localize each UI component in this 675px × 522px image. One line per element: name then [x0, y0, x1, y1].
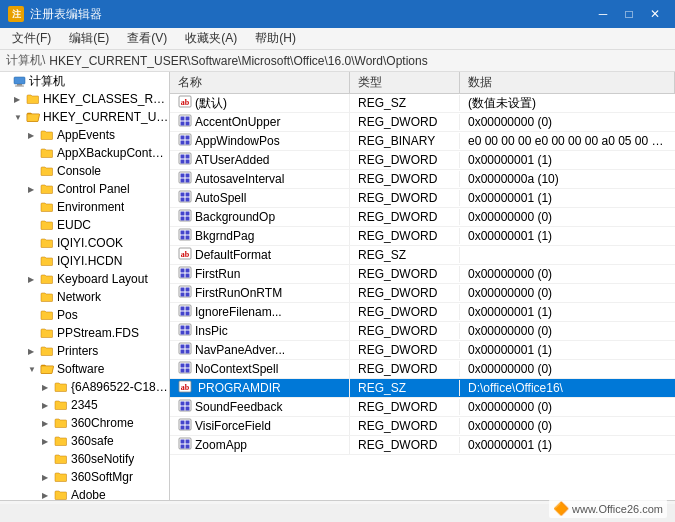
menu-item-a[interactable]: 收藏夹(A) — [177, 28, 245, 49]
tree-item-guid[interactable]: ▶{6A896522-C181-40E4-A1C — [0, 378, 169, 396]
tree-arrow-icon: ▼ — [14, 113, 26, 122]
tree-item-hkcr[interactable]: ▶HKEY_CLASSES_ROOT — [0, 90, 169, 108]
tree-item-appevents[interactable]: ▶AppEvents — [0, 126, 169, 144]
reg-cell-type: REG_DWORD — [350, 418, 460, 434]
svg-rect-23 — [181, 179, 185, 183]
tree-item-label: Pos — [57, 308, 78, 322]
maximize-button[interactable]: □ — [617, 4, 641, 24]
tree-item-network[interactable]: Network — [0, 288, 169, 306]
col-header-type[interactable]: 类型 — [350, 72, 460, 93]
reg-icon-dword — [178, 361, 192, 377]
reg-cell-data: 0x00000000 (0) — [460, 399, 675, 415]
svg-rect-8 — [181, 122, 185, 126]
tree-item-hkcu[interactable]: ▼HKEY_CURRENT_USER — [0, 108, 169, 126]
registry-row[interactable]: AppWindowPosREG_BINARYe0 00 00 00 e0 00 … — [170, 132, 675, 151]
menu-item-h[interactable]: 帮助(H) — [247, 28, 304, 49]
registry-row[interactable]: FirstRunREG_DWORD0x00000000 (0) — [170, 265, 675, 284]
reg-icon-dword — [178, 437, 192, 453]
tree-item-label: Environment — [57, 200, 124, 214]
registry-row[interactable]: BackgroundOpREG_DWORD0x00000000 (0) — [170, 208, 675, 227]
reg-name-text: InsPic — [195, 324, 228, 338]
registry-row[interactable]: AutosaveIntervalREG_DWORD0x0000000a (10) — [170, 170, 675, 189]
registry-row[interactable]: ATUserAddedREG_DWORD0x00000001 (1) — [170, 151, 675, 170]
tree-item-computer[interactable]: 计算机 — [0, 72, 169, 90]
tree-item-360softmgr[interactable]: ▶360SoftMgr — [0, 468, 169, 486]
registry-header: 名称 类型 数据 — [170, 72, 675, 94]
reg-icon-dword — [178, 399, 192, 415]
reg-cell-type: REG_DWORD — [350, 304, 460, 320]
menu-item-f[interactable]: 文件(F) — [4, 28, 59, 49]
svg-rect-75 — [181, 402, 185, 406]
reg-cell-type: REG_DWORD — [350, 266, 460, 282]
svg-rect-54 — [186, 307, 190, 311]
reg-cell-name: VisiForceField — [170, 417, 350, 435]
svg-rect-87 — [181, 445, 185, 449]
tree-item-label: IQIYI.HCDN — [57, 254, 122, 268]
reg-icon-dword — [178, 209, 192, 225]
svg-rect-69 — [186, 364, 190, 368]
folder-icon — [54, 399, 68, 411]
tree-item-360senotify[interactable]: 360seNotify — [0, 450, 169, 468]
reg-name-text: AppWindowPos — [195, 134, 280, 148]
tree-item-keyboard[interactable]: ▶Keyboard Layout — [0, 270, 169, 288]
folder-icon — [40, 165, 54, 177]
tree-item-ppstream[interactable]: PPStream.FDS — [0, 324, 169, 342]
menu-item-v[interactable]: 查看(V) — [119, 28, 175, 49]
svg-rect-71 — [186, 369, 190, 373]
svg-rect-81 — [186, 421, 190, 425]
svg-rect-56 — [186, 312, 190, 316]
registry-row[interactable]: FirstRunOnRTMREG_DWORD0x00000000 (0) — [170, 284, 675, 303]
tree-item-iqiyi-cook[interactable]: IQIYI.COOK — [0, 234, 169, 252]
tree-item-label: IQIYI.COOK — [57, 236, 123, 250]
col-header-name[interactable]: 名称 — [170, 72, 350, 93]
tree-item-adobe[interactable]: ▶Adobe — [0, 486, 169, 500]
registry-row[interactable]: SoundFeedbackREG_DWORD0x00000000 (0) — [170, 398, 675, 417]
registry-row[interactable]: abDefaultFormatREG_SZ — [170, 246, 675, 265]
app-icon: 注 — [8, 6, 24, 22]
registry-row[interactable]: abPROGRAMDIRREG_SZD:\office\Office16\ — [170, 379, 675, 398]
reg-icon-dword — [178, 323, 192, 339]
col-header-data[interactable]: 数据 — [460, 72, 675, 93]
registry-row[interactable]: NoContextSpellREG_DWORD0x00000000 (0) — [170, 360, 675, 379]
svg-rect-45 — [181, 274, 185, 278]
tree-item-console[interactable]: Console — [0, 162, 169, 180]
tree-panel: 计算机▶HKEY_CLASSES_ROOT▼HKEY_CURRENT_USER▶… — [0, 72, 170, 500]
tree-item-pos[interactable]: Pos — [0, 306, 169, 324]
svg-rect-32 — [186, 212, 190, 216]
reg-name-text: VisiForceField — [195, 419, 271, 433]
svg-rect-63 — [181, 345, 185, 349]
tree-item-appxbackup[interactable]: AppXBackupContentType — [0, 144, 169, 162]
svg-rect-38 — [181, 236, 185, 240]
svg-rect-33 — [181, 217, 185, 221]
registry-row[interactable]: BkgrndPagREG_DWORD0x00000001 (1) — [170, 227, 675, 246]
close-button[interactable]: ✕ — [643, 4, 667, 24]
registry-row[interactable]: AutoSpellREG_DWORD0x00000001 (1) — [170, 189, 675, 208]
reg-cell-name: ZoomApp — [170, 436, 350, 454]
tree-item-printers[interactable]: ▶Printers — [0, 342, 169, 360]
tree-item-label: HKEY_CURRENT_USER — [43, 110, 169, 124]
tree-item-environment[interactable]: Environment — [0, 198, 169, 216]
registry-row[interactable]: ab(默认)REG_SZ(数值未设置) — [170, 94, 675, 113]
tree-item-controlpanel[interactable]: ▶Control Panel — [0, 180, 169, 198]
tree-item-2345[interactable]: ▶2345 — [0, 396, 169, 414]
registry-row[interactable]: VisiForceFieldREG_DWORD0x00000000 (0) — [170, 417, 675, 436]
tree-item-software[interactable]: ▼Software — [0, 360, 169, 378]
registry-row[interactable]: NavPaneAdver...REG_DWORD0x00000001 (1) — [170, 341, 675, 360]
minimize-button[interactable]: ─ — [591, 4, 615, 24]
reg-name-text: NoContextSpell — [195, 362, 278, 376]
menu-item-e[interactable]: 编辑(E) — [61, 28, 117, 49]
registry-row[interactable]: AccentOnUpperREG_DWORD0x00000000 (0) — [170, 113, 675, 132]
reg-cell-name: AccentOnUpper — [170, 113, 350, 131]
tree-item-eudc[interactable]: EUDC — [0, 216, 169, 234]
tree-item-label: Control Panel — [57, 182, 130, 196]
registry-row[interactable]: InsPicREG_DWORD0x00000000 (0) — [170, 322, 675, 341]
tree-item-iqiyi-hcdn[interactable]: IQIYI.HCDN — [0, 252, 169, 270]
registry-row[interactable]: ZoomAppREG_DWORD0x00000001 (1) — [170, 436, 675, 455]
tree-item-360safe[interactable]: ▶360safe — [0, 432, 169, 450]
registry-row[interactable]: IgnoreFilenam...REG_DWORD0x00000001 (1) — [170, 303, 675, 322]
svg-rect-77 — [181, 407, 185, 411]
reg-cell-data: 0x00000000 (0) — [460, 285, 675, 301]
tree-item-360chrome[interactable]: ▶360Chrome — [0, 414, 169, 432]
svg-rect-11 — [181, 136, 185, 140]
svg-rect-6 — [181, 117, 185, 121]
